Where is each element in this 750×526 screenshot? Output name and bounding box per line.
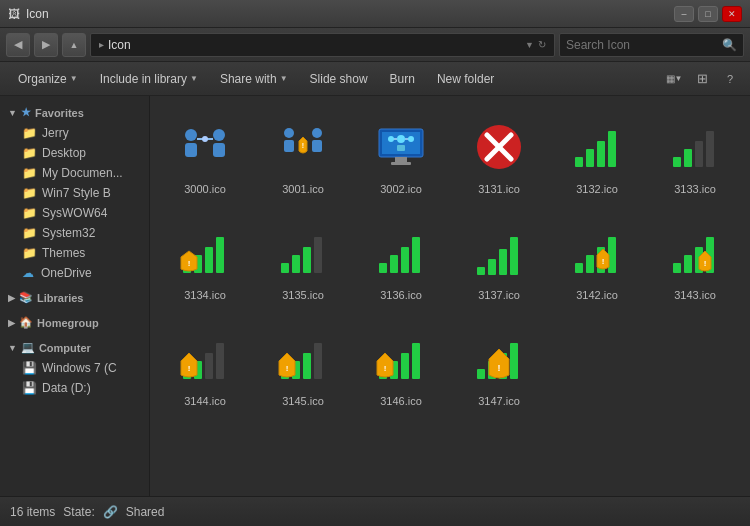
file-item-3137[interactable]: 3137.ico: [454, 212, 544, 310]
view-details-button[interactable]: ⊞: [690, 67, 714, 91]
file-item-3136[interactable]: 3136.ico: [356, 212, 446, 310]
svg-point-18: [388, 136, 394, 142]
file-item-3135[interactable]: 3135.ico: [258, 212, 348, 310]
file-icon-3001: !: [271, 115, 335, 179]
search-input[interactable]: [566, 38, 718, 52]
file-item-3146[interactable]: ! 3146.ico: [356, 318, 446, 416]
sidebar-item-label: Data (D:): [42, 381, 91, 395]
file-item-3002[interactable]: 3002.ico: [356, 106, 446, 204]
svg-rect-25: [586, 149, 594, 167]
sidebar-item-onedrive[interactable]: ☁ OneDrive: [0, 263, 149, 283]
share-dropdown-arrow: ▼: [280, 74, 288, 83]
include-dropdown-arrow: ▼: [190, 74, 198, 83]
computer-header[interactable]: ▼ 💻 Computer: [0, 337, 149, 358]
sidebar-item-desktop[interactable]: 📁 Desktop: [0, 143, 149, 163]
file-label-3131: 3131.ico: [478, 183, 520, 195]
svg-rect-49: [575, 263, 583, 273]
file-icon-3143: !: [663, 221, 727, 285]
svg-rect-30: [695, 141, 703, 167]
computer-arrow: ▼: [8, 343, 17, 353]
minimize-button[interactable]: –: [674, 6, 694, 22]
file-item-3144[interactable]: ! 3144.ico: [160, 318, 250, 416]
favorites-header[interactable]: ▼ ★ Favorites: [0, 102, 149, 123]
svg-rect-67: [314, 343, 322, 379]
file-icon-3133: [663, 115, 727, 179]
organize-button[interactable]: Organize ▼: [8, 66, 88, 92]
file-item-3001[interactable]: ! 3001.ico: [258, 106, 348, 204]
file-label-3133: 3133.ico: [674, 183, 716, 195]
sidebar-item-data-drive[interactable]: 💾 Data (D:): [0, 378, 149, 398]
up-button[interactable]: ▲: [62, 33, 86, 57]
svg-rect-35: [216, 237, 224, 273]
file-item-3131[interactable]: 3131.ico: [454, 106, 544, 204]
computer-icon: 💻: [21, 341, 35, 354]
file-item-3134[interactable]: ! 3134.ico: [160, 212, 250, 310]
sidebar-item-system32[interactable]: 📁 System32: [0, 223, 149, 243]
sidebar-section-computer: ▼ 💻 Computer 💾 Windows 7 (C 💾 Data (D:): [0, 337, 149, 398]
forward-button[interactable]: ▶: [34, 33, 58, 57]
slideshow-button[interactable]: Slide show: [300, 66, 378, 92]
file-item-3145[interactable]: ! 3145.ico: [258, 318, 348, 416]
svg-text:!: !: [302, 142, 304, 149]
svg-text:!: !: [188, 259, 191, 268]
file-item-3132[interactable]: 3132.ico: [552, 106, 642, 204]
sidebar-item-windows-drive[interactable]: 💾 Windows 7 (C: [0, 358, 149, 378]
svg-rect-39: [303, 247, 311, 273]
svg-rect-48: [510, 237, 518, 275]
libraries-label: Libraries: [37, 292, 83, 304]
sidebar-item-label: OneDrive: [41, 266, 92, 280]
svg-rect-14: [391, 162, 411, 165]
sidebar-item-mydocs[interactable]: 📁 My Documen...: [0, 163, 149, 183]
close-button[interactable]: ✕: [722, 6, 742, 22]
include-in-library-button[interactable]: Include in library ▼: [90, 66, 208, 92]
share-with-button[interactable]: Share with ▼: [210, 66, 298, 92]
new-folder-button[interactable]: New folder: [427, 66, 504, 92]
svg-rect-9: [312, 140, 322, 152]
homegroup-label: Homegroup: [37, 317, 99, 329]
title-bar: 🖼 Icon – □ ✕: [0, 0, 750, 28]
file-label-3137: 3137.ico: [478, 289, 520, 301]
sidebar-item-label: System32: [42, 226, 95, 240]
homegroup-arrow: ▶: [8, 318, 15, 328]
libraries-header[interactable]: ▶ 📚 Libraries: [0, 287, 149, 308]
svg-rect-71: [401, 353, 409, 379]
address-bar[interactable]: ▸ Icon ▼ ↻: [90, 33, 555, 57]
svg-rect-41: [379, 263, 387, 273]
homegroup-header[interactable]: ▶ 🏠 Homegroup: [0, 312, 149, 333]
svg-rect-16: [397, 145, 405, 151]
burn-button[interactable]: Burn: [380, 66, 425, 92]
file-label-3143: 3143.ico: [674, 289, 716, 301]
file-item-3000[interactable]: 3000.ico: [160, 106, 250, 204]
search-icon: 🔍: [722, 38, 737, 52]
svg-rect-50: [586, 255, 594, 273]
folder-icon: 📁: [22, 186, 37, 200]
view-extra-button[interactable]: ▦▼: [662, 67, 686, 91]
file-icon-3002: [369, 115, 433, 179]
file-item-3147[interactable]: ! 3147.ico: [454, 318, 544, 416]
sidebar-item-themes[interactable]: 📁 Themes: [0, 243, 149, 263]
svg-rect-43: [401, 247, 409, 273]
back-button[interactable]: ◀: [6, 33, 30, 57]
file-icon-3000: [173, 115, 237, 179]
sidebar-item-jerry[interactable]: 📁 Jerry: [0, 123, 149, 143]
file-label-3145: 3145.ico: [282, 395, 324, 407]
svg-rect-29: [684, 149, 692, 167]
sidebar-item-label: Win7 Style B: [42, 186, 111, 200]
file-item-3133[interactable]: 3133.ico: [650, 106, 740, 204]
file-icon-3135: [271, 221, 335, 285]
sidebar-item-win7style[interactable]: 📁 Win7 Style B: [0, 183, 149, 203]
file-count: 16 items: [10, 505, 55, 519]
file-icon-3145: !: [271, 327, 335, 391]
folder-icon: 📁: [22, 246, 37, 260]
file-item-3142[interactable]: ! 3142.ico: [552, 212, 642, 310]
file-item-3143[interactable]: ! 3143.ico: [650, 212, 740, 310]
svg-rect-55: [684, 255, 692, 273]
help-button[interactable]: ?: [718, 67, 742, 91]
title-bar-controls: – □ ✕: [674, 6, 742, 22]
sidebar-item-syswow64[interactable]: 📁 SysWOW64: [0, 203, 149, 223]
path-arrow: ▸: [99, 39, 104, 50]
toolbar-view-controls: ▦▼ ⊞ ?: [662, 67, 742, 91]
svg-rect-3: [213, 143, 225, 157]
file-icon-3131: [467, 115, 531, 179]
maximize-button[interactable]: □: [698, 6, 718, 22]
